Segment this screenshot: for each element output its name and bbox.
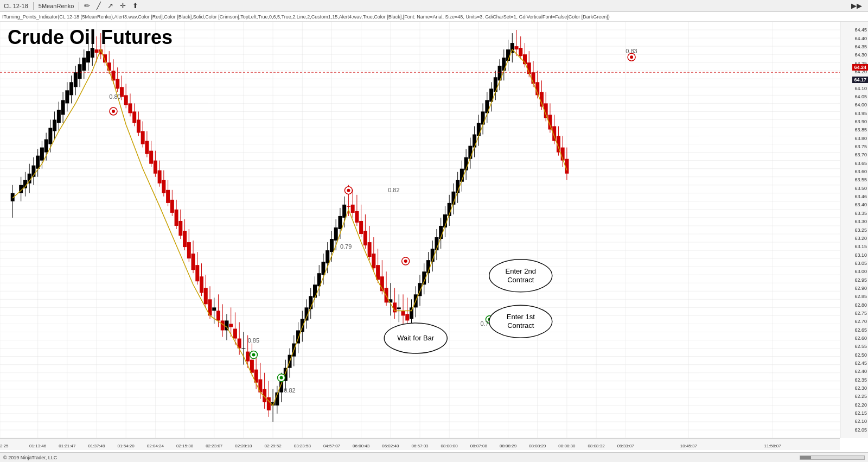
time-axis: 00:52:2501:13:4601:21:4701:37:4901:54:20… (0, 438, 840, 450)
price-label: 63.50 (854, 186, 867, 191)
price-label: 63.15 (854, 244, 867, 249)
copyright-text: © 2019 NinjaTrader, LLC (3, 455, 57, 460)
price-label: 63.90 (854, 119, 867, 124)
play-icon[interactable]: ▶▶ (850, 1, 864, 10)
sep1 (33, 2, 34, 10)
price-label: 62.15 (854, 410, 867, 416)
time-label: 06:02:40 (382, 444, 399, 448)
crosshair-icon[interactable]: ✛ (118, 1, 127, 10)
price-label: 63.30 (854, 219, 867, 224)
symbol-label[interactable]: CL 12-18 (2, 2, 30, 10)
time-label: 06:57:03 (411, 444, 428, 448)
arrow-icon[interactable]: ↗ (106, 1, 115, 10)
price-label: 63.70 (854, 152, 867, 157)
price-label: 63.10 (854, 252, 867, 258)
time-label: 08:08:29 (529, 444, 546, 448)
time-label: 03:23:58 (294, 444, 311, 448)
price-label: 62.80 (854, 302, 867, 308)
indicator-text: ITurning_Points_Indicator(CL 12-18 (5Mea… (2, 14, 610, 20)
price-label: 62.40 (854, 369, 867, 374)
current-price-label: 64.17 (852, 77, 868, 83)
pencil-icon[interactable]: ✏ (82, 1, 92, 10)
time-label: 01:54:20 (118, 444, 135, 448)
price-label: 62.05 (854, 427, 867, 433)
time-label: 01:13:46 (29, 444, 46, 448)
time-label: 08:07:08 (470, 444, 487, 448)
candles-layer (0, 22, 840, 438)
price-label: 63.05 (854, 261, 867, 266)
price-label: 62.20 (854, 402, 867, 408)
price-label: 62.30 (854, 385, 867, 391)
time-label: 02:28:10 (235, 444, 252, 448)
price-axis: 64.4564.4064.3564.3064.2564.2064.1564.10… (840, 22, 868, 438)
time-label: 02:04:24 (147, 444, 164, 448)
price-label: 63.40 (854, 202, 867, 207)
time-label: 01:21:47 (59, 444, 75, 448)
price-label: 64.30 (854, 52, 867, 58)
price-label: 62.55 (854, 344, 867, 349)
time-label: 08:08:29 (500, 444, 516, 448)
time-label: 11:58:07 (764, 444, 781, 448)
price-label: 64.10 (854, 86, 867, 91)
time-label: 08:00:00 (441, 444, 458, 448)
highlight-price-label: 64.24 (852, 64, 868, 71)
price-label: 62.75 (854, 311, 867, 316)
price-label: 62.90 (854, 286, 867, 291)
time-label: 02:23:07 (206, 444, 222, 448)
sep2 (79, 2, 79, 10)
line-icon[interactable]: ╱ (95, 1, 103, 10)
price-label: 63.85 (854, 127, 867, 132)
time-label: 09:33:07 (617, 444, 634, 448)
price-label: 63.35 (854, 211, 867, 216)
time-label: 08:08:30 (558, 444, 575, 448)
price-label: 63.65 (854, 161, 867, 166)
price-label: 63.60 (854, 169, 867, 174)
price-label: 63.25 (854, 227, 867, 233)
price-label: 62.50 (854, 352, 867, 358)
price-label: 64.45 (854, 27, 867, 33)
bottom-bar: © 2019 NinjaTrader, LLC (0, 452, 868, 462)
price-label: 63.75 (854, 144, 867, 149)
price-label: 62.70 (854, 319, 867, 324)
price-label: 64.05 (854, 94, 867, 99)
price-label: 62.45 (854, 360, 867, 366)
time-label: 02:29:52 (265, 444, 282, 448)
price-label: 64.35 (854, 44, 867, 49)
price-label: 62.25 (854, 394, 867, 399)
time-label: 01:37:49 (88, 444, 105, 448)
price-label: 62.95 (854, 277, 867, 283)
time-label: 06:00:43 (353, 444, 369, 448)
indicator-bar: ITurning_Points_Indicator(CL 12-18 (5Mea… (0, 12, 868, 22)
cursor-icon[interactable]: ⬆ (131, 1, 140, 10)
strategy-label[interactable]: 5MeanRenko (37, 2, 75, 10)
time-label: 02:15:38 (176, 444, 193, 448)
price-label: 63.46 (854, 194, 867, 199)
price-label: 63.20 (854, 236, 867, 241)
price-label: 63.55 (854, 177, 867, 182)
chart-area: Crude Oil Futures 64.4564.4064.3564.3064… (0, 22, 868, 450)
price-label: 64.40 (854, 36, 867, 41)
price-label: 62.60 (854, 336, 867, 341)
chart-title: Crude Oil Futures (8, 26, 173, 49)
price-label: 64.00 (854, 102, 867, 107)
time-label: 08:08:32 (588, 444, 605, 448)
price-label: 63.00 (854, 269, 867, 274)
price-label: 62.35 (854, 377, 867, 383)
time-label: 00:52:25 (0, 444, 9, 448)
time-label: 10:45:37 (680, 444, 697, 448)
toolbar: CL 12-18 5MeanRenko ✏ ╱ ↗ ✛ ⬆ ▶▶ (0, 0, 868, 12)
price-label: 62.10 (854, 419, 867, 424)
price-label: 62.65 (854, 327, 867, 333)
price-label: 63.95 (854, 111, 867, 116)
price-label: 63.80 (854, 136, 867, 141)
price-label: 62.85 (854, 294, 867, 299)
time-label: 04:57:07 (323, 444, 340, 448)
